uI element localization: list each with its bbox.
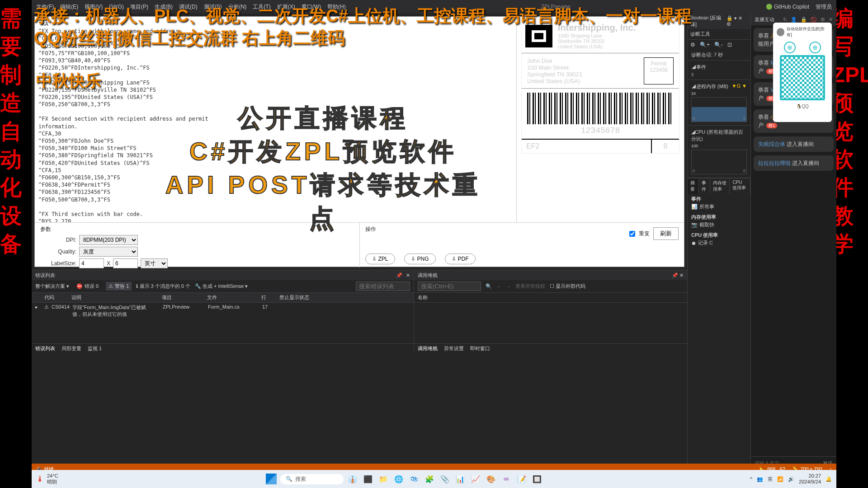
memory-header[interactable]: ◢进程内存 (MB) xyxy=(691,83,728,90)
task-app-2[interactable]: ⬛ xyxy=(362,473,374,485)
task-edge[interactable]: 🌐 xyxy=(392,473,405,485)
task-app-6[interactable]: 📈 xyxy=(469,473,482,485)
qr-prev-icon[interactable]: ⊕ xyxy=(784,42,796,53)
tab-error-list[interactable]: 错误列表 xyxy=(35,345,55,352)
task-app-4[interactable]: 📎 xyxy=(439,473,451,485)
tray-people-icon[interactable]: 👥 xyxy=(757,476,763,482)
tray-wifi-icon[interactable]: 📶 xyxy=(777,476,783,482)
search-icon[interactable]: 🔍 xyxy=(486,283,492,289)
scope-dropdown[interactable]: 整个解决方案 ▾ xyxy=(35,283,69,290)
menu-view[interactable]: 视图(V) xyxy=(85,3,103,11)
show-external[interactable]: ☐ 显示外部代码 xyxy=(550,283,585,290)
task-app-8[interactable]: 📝 xyxy=(515,473,528,485)
menu-build[interactable]: 生成(B) xyxy=(155,3,173,11)
menu-project[interactable]: 项目(P) xyxy=(130,3,148,11)
zoom-out-icon[interactable]: 🔍- xyxy=(714,42,723,48)
nav-fwd-icon[interactable]: → xyxy=(506,284,511,289)
task-app-1[interactable]: 👔 xyxy=(346,473,359,485)
reset-zoom-icon[interactable]: ⊡ xyxy=(727,42,732,48)
task-app-5[interactable]: 📊 xyxy=(454,473,467,485)
menu-file[interactable]: 文件(F) xyxy=(36,3,54,11)
menu-tools[interactable]: 工具(T) xyxy=(253,3,270,11)
search-errors-input[interactable] xyxy=(356,282,410,291)
col-file[interactable]: 文件 xyxy=(203,293,258,302)
col-project[interactable]: 项目 xyxy=(158,293,203,302)
task-app-9[interactable]: 🔲 xyxy=(531,473,543,485)
tab-exception[interactable]: 异常设置 xyxy=(444,345,464,352)
col-line[interactable]: 行 xyxy=(258,293,276,302)
tab-locals[interactable]: 局部变量 xyxy=(61,345,81,352)
gear-icon[interactable]: ⚙ xyxy=(726,21,731,27)
close-icon[interactable]: ✕ xyxy=(679,272,684,278)
copilot-tab-label[interactable]: Boolean [反编译] xyxy=(690,14,726,28)
nav-back-icon[interactable]: ← xyxy=(496,284,501,289)
view-threads[interactable]: 查看所有线程 xyxy=(515,283,545,290)
tab-watch[interactable]: 监视 1 xyxy=(88,345,102,352)
col-desc[interactable]: 说明 xyxy=(68,293,158,302)
gear-icon[interactable]: ⚙ xyxy=(821,17,825,23)
form-designer[interactable]: ^XA ^FX Top section with logo, name and … xyxy=(34,16,684,267)
weather-widget[interactable]: 🌡 24°C晴朗 xyxy=(36,473,58,485)
system-tray[interactable]: ^ 👥 英 📶 🔊 20:272024/9/24 🔔 xyxy=(750,473,832,485)
width-input[interactable] xyxy=(79,258,104,268)
tab-memory[interactable]: 内存使用率 xyxy=(710,178,730,194)
menu-window[interactable]: 窗口(W) xyxy=(302,3,321,11)
task-explorer[interactable]: 📁 xyxy=(377,473,390,485)
show-events-link[interactable]: 📊 所有事 xyxy=(691,202,747,211)
task-app-7[interactable]: 🎨 xyxy=(485,473,497,485)
errors-filter[interactable]: ⛔ 错误 0 xyxy=(74,282,101,291)
menu-debug[interactable]: 调试(D) xyxy=(179,3,198,11)
col-code[interactable]: 代码 xyxy=(41,293,68,302)
tray-lang[interactable]: 英 xyxy=(768,476,773,483)
menu-analyze[interactable]: 分析(N) xyxy=(228,3,247,11)
download-pdf-button[interactable]: ⇩PDF xyxy=(445,253,476,264)
menu-git[interactable]: Git(G) xyxy=(109,4,124,10)
warnings-filter[interactable]: ⚠ 警告 1 xyxy=(106,282,132,291)
build-filter[interactable]: 🔧 生成 + IntelliSense ▾ xyxy=(195,283,248,290)
gear-icon[interactable]: ⚙ xyxy=(690,42,695,48)
expand-icon[interactable]: ▸ xyxy=(32,303,41,319)
record-cpu-link[interactable]: ⏺ 记录 C xyxy=(691,239,747,247)
callstack-search[interactable] xyxy=(418,282,481,291)
download-zpl-button[interactable]: ⇩ZPL xyxy=(365,253,395,264)
menu-help[interactable]: 帮助(H) xyxy=(327,3,346,11)
block-icon[interactable]: 🚫 xyxy=(811,17,817,23)
height-input[interactable] xyxy=(113,258,138,268)
qr-next-icon[interactable]: ⊕ xyxy=(809,42,821,53)
messages-filter[interactable]: ℹ 展示 3 个消息中的 0 个 xyxy=(136,283,190,290)
tab-immediate[interactable]: 即时窗口 xyxy=(470,345,490,352)
pin-icon[interactable]: 📌 xyxy=(672,272,678,278)
menu-edit[interactable]: 编辑(E) xyxy=(60,3,78,11)
refresh-button[interactable]: 刷新 xyxy=(653,227,679,240)
tray-notifications-icon[interactable]: 🔔 xyxy=(826,476,832,482)
pin-icon[interactable]: 📌 xyxy=(396,272,402,278)
tab-callstack[interactable]: 调用堆栈 xyxy=(418,345,438,352)
menu-extensions[interactable]: 扩展(X) xyxy=(277,3,295,11)
tab-cpu[interactable]: CPU 使用率 xyxy=(730,178,750,194)
col-state[interactable]: 禁止显示状态 xyxy=(276,293,316,302)
tray-clock[interactable]: 20:272024/9/24 xyxy=(799,473,821,485)
download-png-button[interactable]: ⇩PNG xyxy=(404,253,436,264)
unit-select[interactable]: 英寸 xyxy=(141,258,168,268)
taskbar-search[interactable]: 🔍搜索 xyxy=(280,474,344,484)
lock-icon[interactable]: 🔒 xyxy=(801,17,807,23)
task-store[interactable]: 🛍 xyxy=(408,473,420,485)
dpi-select[interactable]: 8DPMM(203 DPI) xyxy=(79,235,138,245)
repeat-checkbox[interactable] xyxy=(629,231,635,237)
copilot-button[interactable]: 🟢 GitHub Copilot xyxy=(766,4,809,10)
error-row[interactable]: ▸ ⚠ CS0414 字段"Form_Main.ImgData"已被赋值，但从未… xyxy=(32,303,414,319)
memory-chart[interactable]: 00 xyxy=(691,97,747,122)
tray-volume-icon[interactable]: 🔊 xyxy=(788,476,794,482)
tab-events[interactable]: 事件 xyxy=(699,178,710,194)
start-button[interactable] xyxy=(265,473,278,485)
tray-chevron-icon[interactable]: ^ xyxy=(750,476,752,482)
events-header[interactable]: ◢事件 xyxy=(691,64,706,70)
close-icon[interactable]: ✕ xyxy=(406,272,410,278)
close-icon[interactable]: ✕ xyxy=(829,17,833,23)
cpu-header[interactable]: ◢CPU (所有处理器的百分比) xyxy=(691,129,747,142)
menu-test[interactable]: 测试(S) xyxy=(204,3,222,11)
cpu-chart[interactable]: 00 xyxy=(691,150,747,174)
snapshot-link[interactable]: 📷 截取快 xyxy=(691,221,747,229)
tab-summary[interactable]: 摘要 xyxy=(688,178,699,194)
refresh-icon[interactable]: ↻ xyxy=(783,17,787,23)
